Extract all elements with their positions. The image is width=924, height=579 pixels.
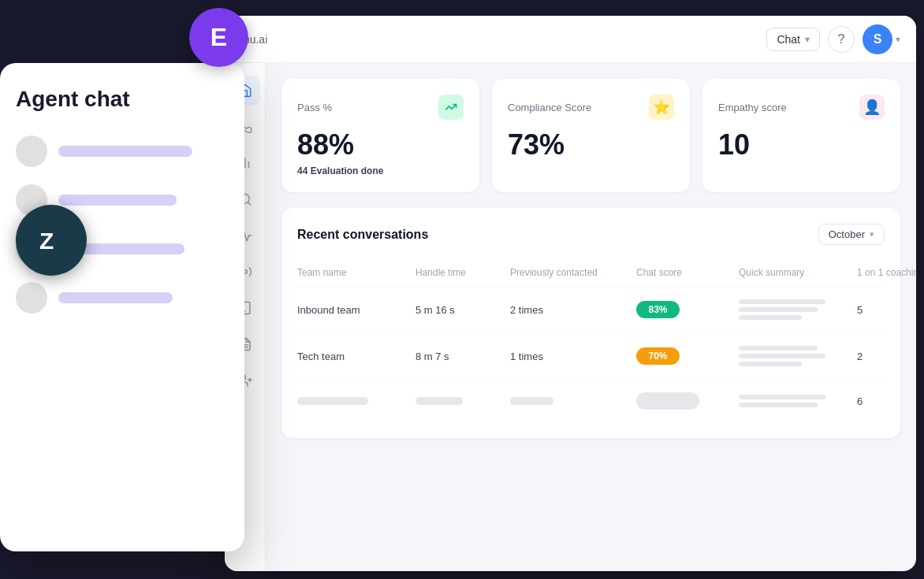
compliance-value: 73%	[508, 131, 674, 159]
help-button[interactable]: ?	[828, 26, 855, 53]
col-score: Chat score	[636, 267, 739, 278]
pass-value: 88%	[297, 131, 464, 159]
conversations-title: Recent conversations	[297, 228, 428, 242]
cell-summary	[739, 346, 857, 366]
month-dropdown[interactable]: October ▾	[818, 224, 885, 245]
empathy-icon: 👤	[859, 95, 885, 120]
main-app: .hu.ai Chat ▾ ? S ▾	[225, 16, 916, 571]
pass-label: Pass %	[297, 102, 332, 113]
stat-card-header: Empathy score 👤	[718, 95, 885, 120]
svg-text:Z: Z	[39, 228, 54, 254]
chat-dropdown-label: Chat	[777, 33, 800, 46]
table-header: Team name Handle time Previously contact…	[297, 259, 885, 287]
topbar: .hu.ai Chat ▾ ? S ▾	[225, 16, 916, 63]
col-coaching: 1 on 1 coaching	[857, 267, 916, 278]
main-content: Pass % 88% 44 Evaluation done	[266, 63, 916, 571]
summary-lines	[739, 346, 857, 366]
empathy-label: Empathy score	[718, 102, 787, 113]
summary-line	[739, 307, 818, 312]
stat-card-header: Compliance Score ⭐	[508, 95, 674, 120]
skeleton-block	[415, 397, 463, 405]
conversations-header: Recent conversations October ▾	[297, 224, 885, 245]
summary-line	[739, 403, 818, 407]
pass-icon	[438, 95, 464, 120]
compliance-card: Compliance Score ⭐ 73%	[492, 79, 690, 192]
summary-line	[739, 315, 802, 320]
table-row: Inbound team 5 m 16 s 2 times 83% 5	[297, 287, 885, 333]
stats-row: Pass % 88% 44 Evaluation done	[281, 79, 900, 192]
cell-coaching: 2	[857, 351, 916, 362]
question-mark-icon: ?	[838, 32, 845, 46]
cell-handle: 5 m 16 s	[415, 304, 510, 316]
score-badge-green: 83%	[636, 301, 680, 318]
e-avatar: E	[189, 8, 248, 67]
pass-sub: 44 Evaluation done	[297, 165, 464, 176]
chat-dropdown[interactable]: Chat ▾	[766, 28, 820, 51]
stat-card-header: Pass %	[297, 95, 464, 120]
agent-chat-panel: Agent chat	[0, 63, 244, 551]
cell-score: 70%	[636, 347, 739, 365]
cell-team: Tech team	[297, 351, 415, 362]
table-row-skeleton: 6	[297, 380, 885, 422]
summary-line	[739, 299, 825, 304]
pass-percent-card: Pass % 88% 44 Evaluation done	[281, 79, 479, 192]
month-label: October	[829, 228, 865, 240]
zendesk-logo: Z	[16, 205, 87, 276]
chevron-down-icon: ▾	[805, 34, 810, 45]
cell-team: Inbound team	[297, 304, 415, 316]
summary-line	[739, 354, 825, 358]
avatar	[16, 282, 47, 314]
svg-line-5	[248, 202, 250, 204]
cell-prev: 2 times	[510, 304, 636, 316]
skeleton-block	[510, 397, 553, 405]
cell-summary	[739, 299, 857, 320]
summary-lines	[739, 395, 857, 407]
summary-line	[739, 395, 825, 399]
agent-bar	[58, 292, 173, 303]
summary-lines	[739, 299, 857, 320]
summary-line	[739, 346, 818, 351]
col-summary: Quick summary	[739, 267, 857, 278]
list-item	[16, 135, 229, 167]
skeleton-block	[636, 392, 699, 410]
compliance-label: Compliance Score	[508, 102, 591, 113]
app-body: Pass % 88% 44 Evaluation done	[225, 63, 916, 571]
agent-chat-title: Agent chat	[16, 87, 229, 112]
agent-bar	[58, 195, 177, 206]
agent-bar	[58, 146, 192, 157]
user-avatar-button[interactable]: S	[863, 24, 892, 54]
cell-coaching: 5	[857, 304, 916, 316]
score-badge-orange: 70%	[636, 347, 680, 365]
col-prev: Previously contacted	[510, 267, 636, 278]
cell-coaching: 6	[857, 395, 916, 407]
empathy-value: 10	[718, 131, 885, 159]
avatar	[16, 135, 47, 167]
compliance-icon: ⭐	[649, 95, 674, 120]
user-chevron-icon: ▾	[896, 34, 900, 45]
cell-score: 83%	[636, 301, 739, 318]
chevron-down-icon: ▾	[870, 229, 874, 239]
skeleton-block	[297, 397, 368, 405]
col-team: Team name	[297, 267, 415, 278]
summary-line	[739, 362, 802, 366]
cell-prev: 1 times	[510, 351, 636, 362]
list-item	[16, 282, 229, 314]
conversations-card: Recent conversations October ▾ Team name…	[281, 208, 900, 438]
cell-handle: 8 m 7 s	[415, 351, 510, 362]
col-handle: Handle time	[415, 267, 510, 278]
table-row: Tech team 8 m 7 s 1 times 70% 2	[297, 333, 885, 380]
empathy-card: Empathy score 👤 10	[702, 79, 900, 192]
